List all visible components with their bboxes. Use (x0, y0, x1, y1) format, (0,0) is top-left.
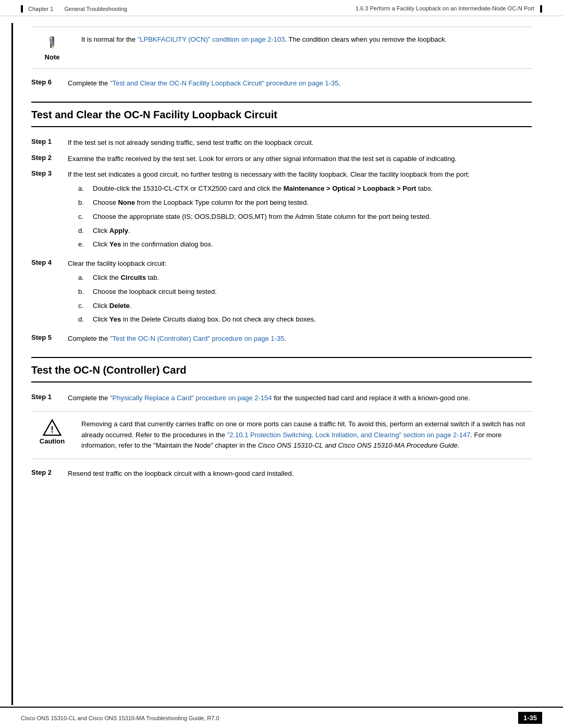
substep-4a-after: tab. (146, 274, 159, 281)
step-1-s2-label: Step 1 (31, 393, 68, 401)
step-3-s1-label: Step 3 (31, 169, 68, 177)
step-2-s1-content: Examine the traffic received by the test… (68, 154, 532, 165)
substep-3e: e. Click Yes in the confirmation dialog … (78, 239, 532, 250)
step-5-s1-row: Step 5 Complete the "Test the OC-N (Cont… (31, 334, 532, 344)
step-1-s2-content: Complete the "Physically Replace a Card"… (68, 393, 532, 404)
substep-3a-bold: Maintenance > Optical > Loopback > Port (284, 184, 417, 192)
step-6-text-after: . (338, 79, 340, 87)
step-5-s1-before: Complete the (68, 335, 110, 342)
substep-3d-after: . (128, 227, 130, 235)
caution-triangle-icon: ! (42, 419, 62, 436)
substep-3b-content: Choose None from the Loopback Type colum… (93, 198, 309, 208)
substep-4d-bold: Yes (109, 315, 121, 323)
substep-3c-label: c. (78, 212, 89, 223)
footer-text: Cisco ONS 15310-CL and Cisco ONS 15310-M… (21, 715, 219, 721)
section-ref: 1.6.3 Perform a Facility Loopback on an … (356, 5, 534, 11)
substep-3e-label: e. (78, 239, 89, 250)
substep-4c-content: Click Delete. (93, 301, 131, 312)
note-box: Note It is normal for the "LPBKFACILITY … (31, 27, 532, 69)
sub-steps-4: a. Click the Circuits tab. b. Choose the… (78, 273, 532, 325)
substep-3e-content: Click Yes in the confirmation dialog box… (93, 239, 213, 250)
chapter-label: Chapter 1 (28, 6, 53, 12)
step-2-s1-label: Step 2 (31, 154, 68, 162)
substep-3a: a. Double-click the 15310-CL-CTX or CTX2… (78, 183, 532, 194)
step-4-s1-content: Clear the facility loopback circuit: a. … (68, 258, 532, 328)
main-content: Note It is normal for the "LPBKFACILITY … (0, 16, 563, 516)
header-separator (56, 6, 61, 12)
substep-3b-after: from the Loopback Type column for the po… (135, 199, 309, 206)
substep-3e-before: Click (93, 240, 109, 248)
step-4-s1-row: Step 4 Clear the facility loopback circu… (31, 258, 532, 328)
step-3-s1-row: Step 3 If the test set indicates a good … (31, 169, 532, 253)
header-divider-bar (21, 5, 23, 13)
section2-heading: Test the OC-N (Controller) Card (31, 357, 532, 382)
substep-4b-label: b. (78, 287, 89, 298)
chapter-title: General Troubleshooting (64, 6, 127, 12)
substep-3b-before: Choose (93, 199, 118, 206)
note-content: It is normal for the "LPBKFACILITY (OCN)… (81, 34, 532, 45)
step-1-s1-label: Step 1 (31, 138, 68, 145)
substep-3b: b. Choose None from the Loopback Type co… (78, 198, 532, 208)
substep-4d-before: Click (93, 315, 109, 323)
step-4-text: Clear the facility loopback circuit: (68, 260, 166, 267)
header-right-bar (540, 5, 542, 13)
header-right: 1.6.3 Perform a Facility Loopback on an … (356, 5, 542, 13)
substep-3d-content: Click Apply. (93, 226, 130, 237)
step-1-s2-link[interactable]: "Physically Replace a Card" procedure on… (110, 394, 272, 402)
step-1-s2-after: for the suspected bad card and replace i… (272, 394, 470, 402)
substep-3b-bold: None (118, 199, 135, 206)
substep-3a-after: tabs. (416, 184, 433, 192)
page: Chapter 1 General Troubleshooting 1.6.3 … (0, 0, 563, 728)
step-2-s1-row: Step 2 Examine the traffic received by t… (31, 154, 532, 165)
substep-4a-bold: Circuits (120, 274, 145, 281)
step-5-s1-label: Step 5 (31, 334, 68, 341)
section1-heading: Test and Clear the OC-N Facility Loopbac… (31, 102, 532, 127)
substep-4a-label: a. (78, 273, 89, 283)
pencil-icon (43, 34, 62, 53)
substep-4b-content: Choose the loopback circuit being tested… (93, 287, 217, 298)
step-2-s2-row: Step 2 Resend test traffic on the loopba… (31, 468, 532, 479)
step-3-s1-content: If the test set indicates a good circuit… (68, 169, 532, 253)
substep-4d: d. Click Yes in the Delete Circuits dial… (78, 314, 532, 325)
left-margin-bar (11, 23, 13, 705)
substep-4d-label: d. (78, 314, 89, 325)
step-6-link[interactable]: "Test and Clear the OC-N Facility Loopba… (110, 79, 338, 87)
substep-4a-before: Click the (93, 274, 120, 281)
step-6-content: Complete the "Test and Clear the OC-N Fa… (68, 78, 532, 89)
substep-4c: c. Click Delete. (78, 301, 532, 312)
substep-4c-bold: Delete (109, 302, 130, 310)
substep-3a-before: Double-click the 15310-CL-CTX or CTX2500… (93, 184, 284, 192)
substep-4c-label: c. (78, 301, 89, 312)
substep-3d-before: Click (93, 227, 109, 235)
note-text-before: It is normal for the (81, 35, 138, 43)
caution-box: ! Caution Removing a card that currently… (31, 411, 532, 459)
caution-icon-area: ! Caution (31, 419, 73, 445)
substep-3d: d. Click Apply. (78, 226, 532, 237)
caution-link[interactable]: "2.10.1 Protection Switching, Lock Initi… (227, 431, 471, 439)
substep-4b: b. Choose the loopback circuit being tes… (78, 287, 532, 298)
step-4-s1-label: Step 4 (31, 258, 68, 266)
header-left: Chapter 1 General Troubleshooting (21, 5, 127, 13)
substep-4a: a. Click the Circuits tab. (78, 273, 532, 283)
page-footer: Cisco ONS 15310-CL and Cisco ONS 15310-M… (0, 707, 563, 728)
step-6-row: Step 6 Complete the "Test and Clear the … (31, 78, 532, 89)
note-label: Note (45, 53, 60, 61)
step-5-s1-link[interactable]: "Test the OC-N (Controller) Card" proced… (110, 335, 284, 342)
substep-4c-before: Click (93, 302, 109, 310)
substep-3a-label: a. (78, 183, 89, 194)
substep-3d-bold: Apply (109, 227, 128, 235)
substep-3a-content: Double-click the 15310-CL-CTX or CTX2500… (93, 183, 433, 194)
substep-3e-after: in the confirmation dialog box. (121, 240, 213, 248)
step-5-s1-content: Complete the "Test the OC-N (Controller)… (68, 334, 532, 344)
step-1-s1-content: If the test set is not already sending t… (68, 138, 532, 149)
note-link[interactable]: "LPBKFACILITY (OCN)" condition on page 2… (138, 35, 285, 43)
step-2-s2-label: Step 2 (31, 468, 68, 476)
step-6-text-before: Complete the (68, 79, 110, 87)
sub-steps-3: a. Double-click the 15310-CL-CTX or CTX2… (78, 183, 532, 250)
caution-italic: Cisco ONS 15310-CL and Cisco ONS 15310-M… (258, 441, 458, 449)
page-number: 1-35 (518, 712, 542, 724)
step-1-s2-row: Step 1 Complete the "Physically Replace … (31, 393, 532, 404)
substep-4a-content: Click the Circuits tab. (93, 273, 159, 283)
substep-4d-after: in the Delete Circuits dialog box. Do no… (121, 315, 316, 323)
page-header: Chapter 1 General Troubleshooting 1.6.3 … (0, 0, 563, 16)
